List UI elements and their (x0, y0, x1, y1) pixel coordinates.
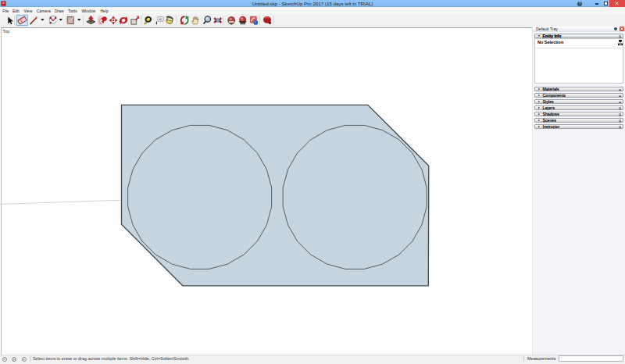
svg-text:A1: A1 (159, 18, 162, 21)
